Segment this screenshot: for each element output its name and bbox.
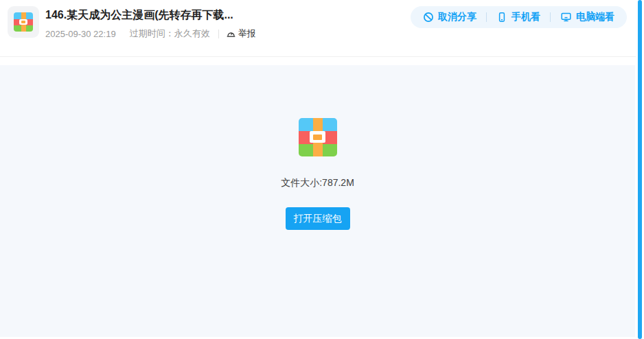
file-title: 146.某天成为公主漫画(先转存再下载... [45,8,256,22]
cancel-share-icon [423,12,434,23]
file-preview-content: 文件大小:787.2M 打开压缩包 [281,65,354,230]
view-on-phone-label: 手机看 [511,11,540,23]
expiry-label: 过期时间：永久有效 [130,27,210,40]
pill-divider [550,12,551,22]
report-alarm-icon [226,29,236,39]
file-thumbnail [8,6,39,38]
report-label: 举报 [238,27,256,40]
scrollbar-track [638,0,644,339]
cancel-share-button[interactable]: 取消分享 [423,11,476,23]
cancel-share-label: 取消分享 [438,11,476,23]
action-pill: 取消分享 手机看 电脑端看 [411,6,627,28]
file-meta-row: 2025-09-30 22:19 过期时间：永久有效 举报 [45,27,256,40]
file-size-label: 文件大小:787.2M [281,177,354,189]
meta-divider [218,30,219,38]
share-page: 146.某天成为公主漫画(先转存再下载... 2025-09-30 22:19 … [0,0,644,339]
view-on-pc-label: 电脑端看 [576,11,614,23]
share-date: 2025-09-30 22:19 [45,29,116,39]
phone-icon [496,12,507,23]
header: 146.某天成为公主漫画(先转存再下载... 2025-09-30 22:19 … [0,0,636,57]
file-preview-panel: 文件大小:787.2M 打开压缩包 [0,65,635,337]
report-link[interactable]: 举报 [226,27,256,40]
rar-file-icon-large [299,118,337,156]
pill-divider [486,12,487,22]
view-on-pc-button[interactable]: 电脑端看 [560,11,614,23]
monitor-icon [560,12,572,23]
header-text-block: 146.某天成为公主漫画(先转存再下载... 2025-09-30 22:19 … [45,8,256,40]
scrollbar-thumb[interactable] [638,0,642,339]
rar-file-icon [14,12,33,32]
view-on-phone-button[interactable]: 手机看 [496,11,540,23]
open-archive-button[interactable]: 打开压缩包 [286,207,350,230]
